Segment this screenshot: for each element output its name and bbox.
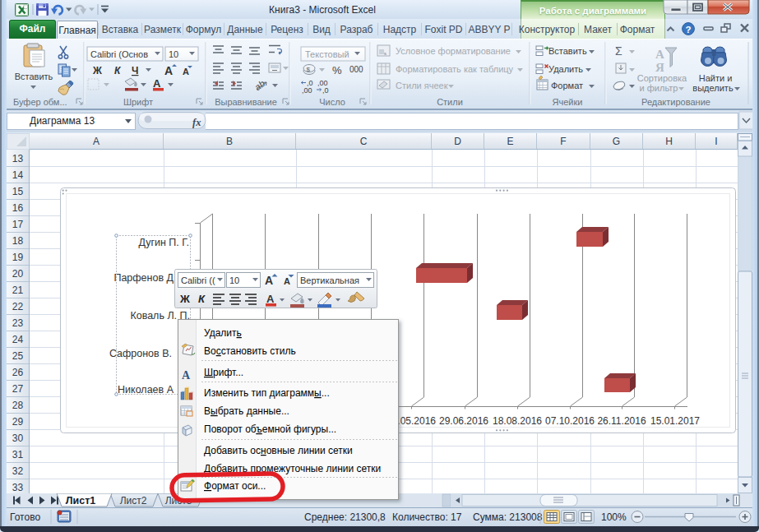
svg-text:29.06.2016: 29.06.2016 [439,415,488,427]
svg-text:$: $ [307,66,311,73]
svg-text:Добавить основные линии сетки: Добавить основные линии сетки [204,445,353,456]
svg-text:А: А [153,77,161,90]
svg-text:Форматировать как таблицу: Форматировать как таблицу [396,64,514,74]
svg-text:Стили: Стили [437,97,463,107]
svg-text:Парфенов Д: Парфенов Д [113,272,174,284]
svg-text:А: А [284,276,290,286]
svg-text:Поворот объемной фигуры...: Поворот объемной фигуры... [204,423,336,435]
svg-text:Шрифт: Шрифт [123,97,153,107]
svg-text:26.11.2016: 26.11.2016 [597,415,646,427]
svg-text:A: A [182,369,191,382]
svg-text:А: А [266,293,275,305]
svg-text:Вертикальная: Вертикальная [300,275,359,285]
svg-text:Изменить тип диаграммы...: Изменить тип диаграммы... [204,387,330,399]
svg-text:15.01.2017: 15.01.2017 [650,415,700,427]
svg-text:18.08.2016: 18.08.2016 [493,415,542,427]
svg-text:К: К [114,65,122,76]
svg-text:07.10.2016: 07.10.2016 [545,415,595,427]
svg-text:Николаев А: Николаев А [118,384,174,396]
svg-text:А: А [164,64,173,77]
svg-text:Формат оси...: Формат оси... [204,480,266,492]
svg-text:Я: Я [655,61,664,74]
svg-text:Ж: Ж [179,293,190,305]
svg-text:и фильтр: и фильтр [640,83,678,93]
svg-text:ab: ab [252,78,266,92]
svg-text:Формат: Формат [551,81,583,90]
svg-text:Буфер обм...: Буфер обм... [13,97,67,107]
svg-text:s: s [384,51,386,56]
svg-text:Количество: 17: Количество: 17 [392,511,462,523]
svg-text:10: 10 [229,275,239,285]
svg-text:выделить: выделить [692,83,734,93]
svg-text:Выбрать данные...: Выбрать данные... [204,405,289,417]
svg-text:Готово: Готово [10,511,40,523]
svg-text:Среднее: 21300,8: Среднее: 21300,8 [304,511,386,523]
svg-text:А: А [265,274,273,287]
svg-text:Стили ячеек: Стили ячеек [396,81,448,90]
svg-text:Редактирование: Редактирование [641,97,710,107]
svg-text:,00: ,00 [302,86,312,95]
svg-text:Calibri (Основ: Calibri (Основ [90,49,148,59]
svg-text:Ж: Ж [92,65,102,76]
svg-text:?: ? [685,25,691,35]
svg-text:%: % [332,64,342,76]
svg-text:А: А [655,48,664,61]
svg-text:Ячейки: Ячейки [553,97,583,107]
svg-text:Calibri ((: Calibri (( [181,275,215,285]
svg-text:Ч: Ч [132,65,138,76]
svg-text:Дугин П. Г.: Дугин П. Г. [138,237,189,248]
svg-text:Сортировка: Сортировка [637,73,687,83]
svg-text:Число: Число [319,97,345,107]
svg-text:Условное форматирование: Условное форматирование [396,46,511,56]
svg-text:Вставить: Вставить [15,72,53,81]
svg-text:Лист1: Лист1 [66,495,96,507]
svg-text:Текстовый: Текстовый [305,49,349,59]
svg-text:10: 10 [169,49,178,59]
svg-text:Шрифт...: Шрифт... [204,367,243,378]
svg-text:К: К [198,293,206,305]
svg-text:А: А [183,67,189,76]
svg-text:Удалить: Удалить [204,327,242,339]
svg-text:Восстановить стиль: Восстановить стиль [204,345,296,357]
svg-text:000: 000 [349,65,363,74]
svg-text:Сумма: 213008: Сумма: 213008 [473,511,543,523]
svg-text:,0: ,0 [322,86,329,95]
svg-text:Лист2: Лист2 [120,495,147,507]
svg-text:Σ: Σ [615,44,622,58]
svg-text:Найти и: Найти и [699,73,733,83]
svg-text:Сафронов В.: Сафронов В. [109,348,172,359]
svg-text:fx: fx [192,117,201,128]
svg-text:Вставить: Вставить [548,46,587,56]
svg-text:Выравнивание: Выравнивание [215,97,277,107]
svg-text:100%: 100% [601,511,627,523]
svg-text:Диаграмма 13: Диаграмма 13 [30,115,95,127]
svg-text:Удалить: Удалить [548,64,583,74]
